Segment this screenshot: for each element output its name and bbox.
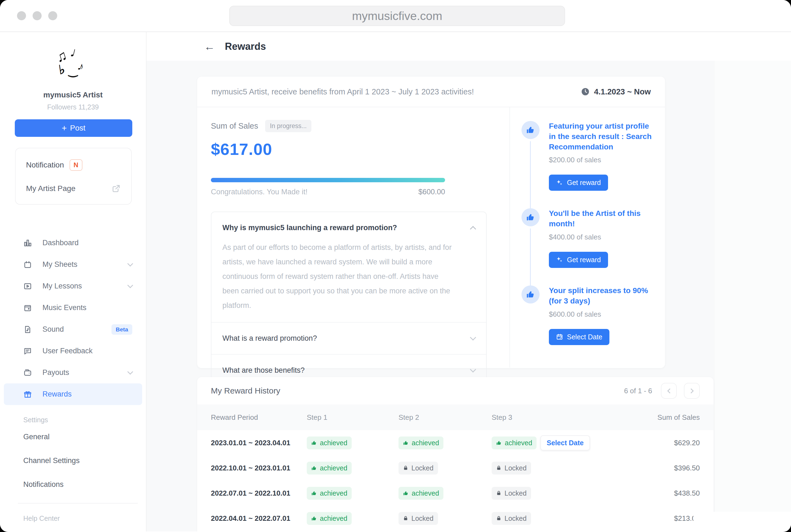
sidebar-item-label: Payouts <box>42 368 69 377</box>
chevron-down-icon <box>127 261 133 267</box>
milestone-threshold: $600.00 of sales <box>549 310 654 319</box>
history-title: My Reward History <box>211 386 280 396</box>
locked-badge: Locked <box>492 462 531 475</box>
back-arrow-icon[interactable]: ← <box>204 41 215 52</box>
status-text: achieved <box>412 439 439 447</box>
my-artist-page-link[interactable]: My Artist Page <box>26 184 121 193</box>
sidebar-item-label: Dashboard <box>42 239 79 247</box>
sum-of-sales-label: Sum of Sales <box>211 121 258 131</box>
browser-chrome: mymusicfive.com <box>0 0 791 32</box>
sidebar-item-payouts[interactable]: Payouts <box>0 362 146 383</box>
address-bar[interactable]: mymusicfive.com <box>229 6 565 26</box>
my-artist-page-label: My Artist Page <box>26 184 76 193</box>
table-row: 2022.04.01 ~ 2022.07.01 achieved Locked … <box>197 506 714 531</box>
faq-question[interactable]: What is a reward promotion? <box>222 334 475 343</box>
progress-goal: $600.00 <box>418 188 445 196</box>
help-center-section-label: Help Center <box>23 514 146 522</box>
get-reward-button[interactable]: Get reward <box>549 252 608 268</box>
faq-item: What is a reward promotion? <box>211 322 486 354</box>
notification-link[interactable]: Notification N <box>26 159 121 171</box>
column-header: Step 1 <box>307 413 399 422</box>
gift-icon <box>23 390 32 399</box>
table-row: 2022.07.01 ~ 2022.10.01 achieved achieve… <box>197 480 714 506</box>
plus-icon: + <box>62 123 67 133</box>
sidebar-item-artist-notice[interactable]: Artist Notice <box>0 525 146 532</box>
browser-window: mymusicfive.com ♫ ♩ ♭ ‿ ♪ mymusic5 Artis… <box>0 0 791 532</box>
sidebar-item-dashboard[interactable]: Dashboard <box>0 232 146 254</box>
column-header: Step 2 <box>399 413 492 422</box>
status-text: Locked <box>504 464 527 472</box>
sidebar-item-rewards[interactable]: Rewards <box>4 383 142 405</box>
video-lesson-icon <box>23 282 32 291</box>
main-content: ← Rewards mymusic5 Artist, receive benef… <box>147 32 791 531</box>
faq-question[interactable]: What are those benefits? <box>222 366 475 375</box>
sum-cell: $629.20 <box>637 439 700 447</box>
status-text: achieved <box>320 439 347 447</box>
sidebar-item-label: My Sheets <box>42 260 77 269</box>
sidebar-item-label: Rewards <box>42 390 72 398</box>
page-title: Rewards <box>225 41 266 52</box>
sidebar-item-sound[interactable]: Sound Beta <box>0 319 146 340</box>
thumbs-up-icon <box>311 490 317 496</box>
thumbs-up-icon <box>521 285 539 304</box>
milestones-panel: Featuring your artist profile in the sea… <box>510 107 665 367</box>
lock-icon <box>496 516 501 521</box>
status-text: achieved <box>320 464 347 472</box>
sales-progress-section: Sum of Sales In progress... $617.00 Cong… <box>197 107 510 367</box>
post-button[interactable]: + Post <box>15 119 132 137</box>
close-window-button[interactable] <box>17 11 26 20</box>
reward-history-card: My Reward History 6 of 1 - 6 Reward Peri… <box>197 377 714 531</box>
locked-badge: Locked <box>492 512 531 525</box>
status-text: achieved <box>320 514 347 522</box>
sparkle-icon <box>556 179 563 186</box>
sales-amount: $617.00 <box>211 140 497 159</box>
page-scroll-area: mymusic5 Artist, receive benefits from A… <box>147 61 791 531</box>
get-reward-button[interactable]: Get reward <box>549 175 608 191</box>
get-reward-label: Get reward <box>567 179 601 187</box>
column-header: Step 3 <box>492 413 637 422</box>
get-reward-label: Get reward <box>567 256 601 264</box>
sidebar-item-label: Sound <box>42 325 64 334</box>
select-date-button[interactable]: Select Date <box>549 329 609 345</box>
reward-period: 4.1.2023 ~ Now <box>581 87 651 96</box>
bottom-right-panel <box>694 512 791 531</box>
notification-label: Notification <box>26 160 64 169</box>
reward-period-cell: 2022.10.01 ~ 2023.01.01 <box>211 464 307 472</box>
thumbs-up-icon <box>311 440 317 446</box>
milestone-title: Your split increases to 90% (for 3 days) <box>549 285 654 306</box>
sidebar-item-user-feedback[interactable]: User Feedback <box>0 340 146 362</box>
calendar-icon <box>556 333 563 340</box>
pagination: 6 of 1 - 6 <box>624 383 700 399</box>
sidebar-item-channel-settings[interactable]: Channel Settings <box>0 450 146 472</box>
status-text: achieved <box>412 489 439 497</box>
maximize-window-button[interactable] <box>48 11 57 20</box>
benefits-card-header: mymusic5 Artist, receive benefits from A… <box>197 77 665 107</box>
status-text: achieved <box>320 489 347 497</box>
sidebar-item-my-lessons[interactable]: My Lessons <box>0 275 146 297</box>
sidebar-item-general[interactable]: General <box>0 426 146 448</box>
table-row: 2023.01.01 ~ 2023.04.01 achieved achieve… <box>197 430 714 455</box>
select-date-button[interactable]: Select Date <box>540 435 590 451</box>
faq-question-text: Why is mymusic5 launching a reward promo… <box>222 224 397 232</box>
faq-item-expanded: Why is mymusic5 launching a reward promo… <box>211 212 486 322</box>
minimize-window-button[interactable] <box>33 11 42 20</box>
sidebar-item-my-sheets[interactable]: My Sheets <box>0 254 146 275</box>
sidebar-item-music-events[interactable]: Music Events <box>0 297 146 319</box>
chat-icon <box>23 347 32 356</box>
sidebar-item-notifications[interactable]: Notifications <box>0 474 146 495</box>
thumbs-up-icon <box>311 516 317 521</box>
faq-question[interactable]: Why is mymusic5 launching a reward promo… <box>222 224 475 232</box>
thumbs-up-icon <box>403 490 409 496</box>
sidebar: ♫ ♩ ♭ ‿ ♪ mymusic5 Artist Followers 11,2… <box>0 32 147 531</box>
divider <box>18 503 138 504</box>
logo-wrap: ♫ ♩ ♭ ‿ ♪ <box>0 45 146 89</box>
achieved-badge: achieved <box>307 487 352 500</box>
sheets-icon <box>23 260 32 269</box>
next-page-button[interactable] <box>684 383 700 399</box>
thumbs-up-icon <box>311 465 317 471</box>
prev-page-button[interactable] <box>661 383 677 399</box>
thumbs-up-icon <box>521 208 539 226</box>
lock-icon <box>496 490 501 496</box>
status-text: Locked <box>504 489 527 497</box>
sidebar-item-label: User Feedback <box>42 347 93 355</box>
